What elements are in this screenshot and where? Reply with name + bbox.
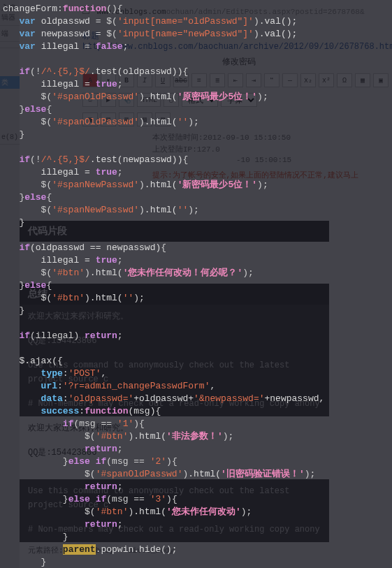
html-call: .html(	[145, 205, 177, 215]
sel-spanold: '#spanOldPasswd'	[96, 469, 183, 479]
msg-nochange: '您未作任何改动！何必呢？'	[123, 268, 243, 278]
sel-btn: '#btn'	[96, 431, 129, 442]
kw-else: else	[24, 104, 46, 115]
msg-oldpwderr: '旧密码验证错误！'	[221, 469, 305, 479]
key-data: data	[41, 393, 63, 404]
sel-spannew: '#spanNewPasswd'	[52, 180, 139, 190]
sel-spanold: '#spanOldPasswd'	[52, 117, 139, 127]
str-empty: ''	[123, 293, 134, 303]
html-call: .html(	[145, 92, 177, 102]
kw-return: return	[85, 481, 117, 492]
msg-nochange2: '您未作任何改动'	[166, 507, 241, 517]
code-overlay: changeForm:function(){ var oldpasswd = $…	[0, 0, 392, 568]
sel-btn: '#btn'	[96, 507, 129, 517]
kw-return: return	[85, 519, 117, 530]
kw-false: false	[96, 41, 123, 52]
id-oldpasswd: oldpasswd	[41, 16, 90, 27]
kw-if: if	[96, 494, 107, 504]
val-data4: +newpasswd,	[265, 393, 325, 404]
test-call: .test(oldpasswd))	[90, 66, 183, 77]
regex: /^.{5,}$/	[41, 154, 90, 165]
sel-spanold: '#spanOldPasswd'	[52, 92, 139, 102]
kw-if: if	[19, 154, 30, 165]
key-url: url	[41, 381, 57, 391]
val-call: .val();	[259, 29, 298, 39]
kw-var: var	[19, 41, 35, 52]
kw-var: var	[19, 16, 35, 27]
kw-function: function	[63, 3, 106, 14]
html-call: .html(	[145, 180, 177, 190]
kw-if: if	[19, 66, 30, 77]
str-oldpwd: 'input[name="oldPasswd"]'	[117, 16, 254, 27]
regex: /^.{5,}$/	[41, 66, 90, 77]
msg-old5: '原密码最少5位！'	[177, 92, 257, 102]
val-url: '?r=admin_changePasswdForm'	[63, 381, 210, 391]
kw-return: return	[85, 444, 117, 454]
kw-if: if	[63, 418, 74, 429]
str-3: '3'	[150, 494, 166, 504]
kw-else: else	[24, 280, 46, 291]
id-illegal: illegal	[41, 41, 80, 52]
str-newpwd: 'input[name="newPasswd"]'	[117, 29, 254, 39]
html-call: .html(	[188, 469, 221, 479]
html-call: .html(	[90, 268, 123, 278]
key-type: type	[41, 368, 63, 379]
html-call: .html(	[90, 293, 123, 303]
kw-if: if	[96, 456, 107, 467]
kw-else: else	[68, 456, 90, 467]
kw-if: if	[19, 242, 30, 253]
kw-else: else	[68, 494, 90, 504]
html-call: .html(	[133, 431, 166, 442]
val-call: .val();	[259, 16, 298, 27]
val-data3: '&newpasswd='	[194, 393, 264, 404]
cmp-expr: (oldpasswd == newpasswd)	[30, 242, 161, 253]
param-msg: (msg)	[128, 406, 155, 416]
kw-return: return	[85, 330, 117, 341]
str-empty: ''	[177, 205, 189, 215]
kw-function: function	[85, 406, 128, 416]
msg-new5: '新密码最少5位！'	[177, 180, 257, 190]
val-data2: +oldpasswd+	[133, 393, 194, 404]
id-parent-selected: parent	[63, 544, 96, 555]
str-empty: ''	[177, 117, 189, 127]
fn-name: changeForm	[3, 3, 57, 14]
ajax-call: $.ajax({	[19, 356, 62, 366]
sel-spannew: '#spanNewPasswd'	[52, 205, 139, 215]
kw-true: true	[96, 79, 117, 89]
test-call: .test(newpasswd))	[90, 154, 183, 165]
kw-if: if	[19, 330, 30, 341]
kw-true: true	[96, 167, 117, 177]
popwin-call: .popwin.hide();	[96, 544, 177, 555]
html-call: .html(	[145, 117, 177, 127]
sel-btn: '#btn'	[52, 268, 85, 278]
val-data1: 'oldpasswd='	[68, 393, 134, 404]
html-call: .html(	[133, 507, 166, 517]
id-newpasswd: newpasswd	[41, 29, 90, 39]
str-2: '2'	[150, 456, 166, 467]
val-post: 'POST'	[68, 368, 101, 379]
kw-var: var	[19, 29, 35, 39]
kw-true: true	[96, 255, 117, 265]
str-1: '1'	[117, 418, 133, 429]
sel-btn: '#btn'	[52, 293, 85, 303]
msg-illegal: '非法参数！'	[166, 431, 223, 442]
key-success: success	[41, 406, 80, 416]
kw-else: else	[24, 192, 46, 203]
